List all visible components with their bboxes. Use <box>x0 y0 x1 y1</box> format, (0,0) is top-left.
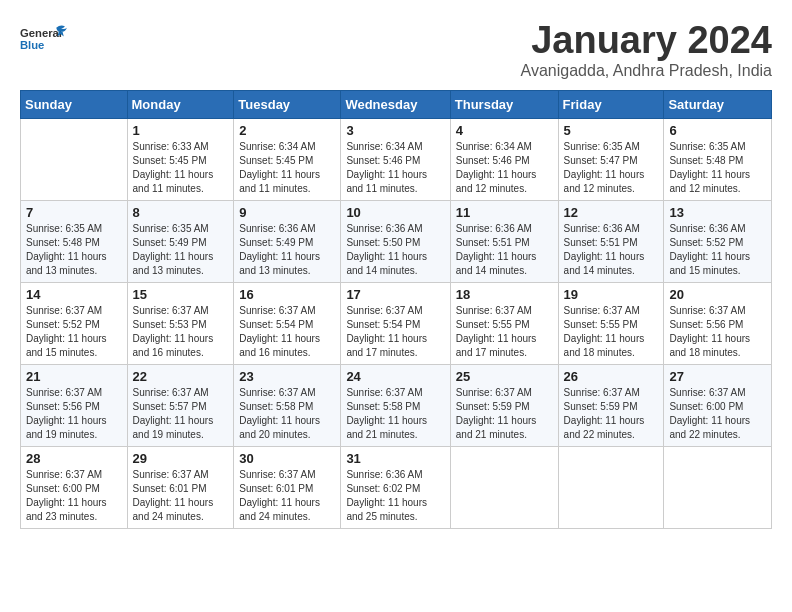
day-number: 3 <box>346 123 444 138</box>
calendar-table: SundayMondayTuesdayWednesdayThursdayFrid… <box>20 90 772 529</box>
day-info: Sunrise: 6:37 AM Sunset: 5:55 PM Dayligh… <box>456 304 553 360</box>
day-number: 23 <box>239 369 335 384</box>
day-info: Sunrise: 6:37 AM Sunset: 5:56 PM Dayligh… <box>26 386 122 442</box>
day-number: 11 <box>456 205 553 220</box>
day-info: Sunrise: 6:37 AM Sunset: 5:58 PM Dayligh… <box>346 386 444 442</box>
day-info: Sunrise: 6:37 AM Sunset: 6:01 PM Dayligh… <box>133 468 229 524</box>
page-header: General Blue January 2024 Avanigadda, An… <box>20 20 772 80</box>
calendar-cell: 16Sunrise: 6:37 AM Sunset: 5:54 PM Dayli… <box>234 282 341 364</box>
calendar-cell: 25Sunrise: 6:37 AM Sunset: 5:59 PM Dayli… <box>450 364 558 446</box>
calendar-cell: 15Sunrise: 6:37 AM Sunset: 5:53 PM Dayli… <box>127 282 234 364</box>
calendar-cell: 19Sunrise: 6:37 AM Sunset: 5:55 PM Dayli… <box>558 282 664 364</box>
day-info: Sunrise: 6:37 AM Sunset: 6:00 PM Dayligh… <box>669 386 766 442</box>
day-number: 6 <box>669 123 766 138</box>
day-number: 26 <box>564 369 659 384</box>
calendar-cell: 6Sunrise: 6:35 AM Sunset: 5:48 PM Daylig… <box>664 118 772 200</box>
day-number: 21 <box>26 369 122 384</box>
day-number: 15 <box>133 287 229 302</box>
calendar-cell: 5Sunrise: 6:35 AM Sunset: 5:47 PM Daylig… <box>558 118 664 200</box>
logo-icon: General Blue <box>20 20 70 60</box>
day-number: 9 <box>239 205 335 220</box>
weekday-header-monday: Monday <box>127 90 234 118</box>
title-block: January 2024 Avanigadda, Andhra Pradesh,… <box>521 20 772 80</box>
day-info: Sunrise: 6:36 AM Sunset: 5:52 PM Dayligh… <box>669 222 766 278</box>
weekday-row: SundayMondayTuesdayWednesdayThursdayFrid… <box>21 90 772 118</box>
day-number: 17 <box>346 287 444 302</box>
calendar-cell: 23Sunrise: 6:37 AM Sunset: 5:58 PM Dayli… <box>234 364 341 446</box>
day-info: Sunrise: 6:35 AM Sunset: 5:49 PM Dayligh… <box>133 222 229 278</box>
day-number: 13 <box>669 205 766 220</box>
day-number: 18 <box>456 287 553 302</box>
day-info: Sunrise: 6:37 AM Sunset: 5:58 PM Dayligh… <box>239 386 335 442</box>
day-number: 28 <box>26 451 122 466</box>
weekday-header-saturday: Saturday <box>664 90 772 118</box>
calendar-cell <box>558 446 664 528</box>
calendar-body: 1Sunrise: 6:33 AM Sunset: 5:45 PM Daylig… <box>21 118 772 528</box>
day-info: Sunrise: 6:37 AM Sunset: 5:55 PM Dayligh… <box>564 304 659 360</box>
day-info: Sunrise: 6:37 AM Sunset: 5:52 PM Dayligh… <box>26 304 122 360</box>
calendar-cell: 4Sunrise: 6:34 AM Sunset: 5:46 PM Daylig… <box>450 118 558 200</box>
calendar-cell: 24Sunrise: 6:37 AM Sunset: 5:58 PM Dayli… <box>341 364 450 446</box>
weekday-header-thursday: Thursday <box>450 90 558 118</box>
calendar-cell: 30Sunrise: 6:37 AM Sunset: 6:01 PM Dayli… <box>234 446 341 528</box>
day-number: 2 <box>239 123 335 138</box>
day-number: 31 <box>346 451 444 466</box>
calendar-cell: 7Sunrise: 6:35 AM Sunset: 5:48 PM Daylig… <box>21 200 128 282</box>
day-info: Sunrise: 6:36 AM Sunset: 5:51 PM Dayligh… <box>456 222 553 278</box>
day-info: Sunrise: 6:35 AM Sunset: 5:48 PM Dayligh… <box>26 222 122 278</box>
logo: General Blue <box>20 20 70 60</box>
day-number: 4 <box>456 123 553 138</box>
calendar-cell: 18Sunrise: 6:37 AM Sunset: 5:55 PM Dayli… <box>450 282 558 364</box>
day-info: Sunrise: 6:37 AM Sunset: 6:01 PM Dayligh… <box>239 468 335 524</box>
day-number: 30 <box>239 451 335 466</box>
calendar-cell: 22Sunrise: 6:37 AM Sunset: 5:57 PM Dayli… <box>127 364 234 446</box>
calendar-cell: 26Sunrise: 6:37 AM Sunset: 5:59 PM Dayli… <box>558 364 664 446</box>
calendar-cell: 21Sunrise: 6:37 AM Sunset: 5:56 PM Dayli… <box>21 364 128 446</box>
day-info: Sunrise: 6:37 AM Sunset: 5:59 PM Dayligh… <box>456 386 553 442</box>
calendar-cell: 27Sunrise: 6:37 AM Sunset: 6:00 PM Dayli… <box>664 364 772 446</box>
day-number: 5 <box>564 123 659 138</box>
day-number: 24 <box>346 369 444 384</box>
calendar-cell <box>21 118 128 200</box>
week-row: 1Sunrise: 6:33 AM Sunset: 5:45 PM Daylig… <box>21 118 772 200</box>
day-number: 19 <box>564 287 659 302</box>
weekday-header-sunday: Sunday <box>21 90 128 118</box>
weekday-header-tuesday: Tuesday <box>234 90 341 118</box>
day-info: Sunrise: 6:36 AM Sunset: 5:50 PM Dayligh… <box>346 222 444 278</box>
week-row: 21Sunrise: 6:37 AM Sunset: 5:56 PM Dayli… <box>21 364 772 446</box>
day-info: Sunrise: 6:34 AM Sunset: 5:45 PM Dayligh… <box>239 140 335 196</box>
day-info: Sunrise: 6:33 AM Sunset: 5:45 PM Dayligh… <box>133 140 229 196</box>
day-info: Sunrise: 6:37 AM Sunset: 5:57 PM Dayligh… <box>133 386 229 442</box>
calendar-cell: 17Sunrise: 6:37 AM Sunset: 5:54 PM Dayli… <box>341 282 450 364</box>
day-number: 27 <box>669 369 766 384</box>
calendar-cell: 28Sunrise: 6:37 AM Sunset: 6:00 PM Dayli… <box>21 446 128 528</box>
calendar-cell: 12Sunrise: 6:36 AM Sunset: 5:51 PM Dayli… <box>558 200 664 282</box>
week-row: 7Sunrise: 6:35 AM Sunset: 5:48 PM Daylig… <box>21 200 772 282</box>
day-info: Sunrise: 6:36 AM Sunset: 5:49 PM Dayligh… <box>239 222 335 278</box>
calendar-cell: 31Sunrise: 6:36 AM Sunset: 6:02 PM Dayli… <box>341 446 450 528</box>
day-number: 10 <box>346 205 444 220</box>
location-subtitle: Avanigadda, Andhra Pradesh, India <box>521 62 772 80</box>
day-info: Sunrise: 6:37 AM Sunset: 5:56 PM Dayligh… <box>669 304 766 360</box>
day-number: 8 <box>133 205 229 220</box>
calendar-cell: 10Sunrise: 6:36 AM Sunset: 5:50 PM Dayli… <box>341 200 450 282</box>
calendar-cell <box>664 446 772 528</box>
day-number: 25 <box>456 369 553 384</box>
day-number: 1 <box>133 123 229 138</box>
day-info: Sunrise: 6:37 AM Sunset: 5:59 PM Dayligh… <box>564 386 659 442</box>
month-title: January 2024 <box>521 20 772 62</box>
week-row: 14Sunrise: 6:37 AM Sunset: 5:52 PM Dayli… <box>21 282 772 364</box>
day-number: 14 <box>26 287 122 302</box>
day-info: Sunrise: 6:37 AM Sunset: 6:00 PM Dayligh… <box>26 468 122 524</box>
calendar-cell <box>450 446 558 528</box>
day-number: 12 <box>564 205 659 220</box>
day-info: Sunrise: 6:37 AM Sunset: 5:54 PM Dayligh… <box>346 304 444 360</box>
calendar-header: SundayMondayTuesdayWednesdayThursdayFrid… <box>21 90 772 118</box>
calendar-cell: 11Sunrise: 6:36 AM Sunset: 5:51 PM Dayli… <box>450 200 558 282</box>
day-number: 22 <box>133 369 229 384</box>
svg-text:General: General <box>20 27 62 39</box>
day-info: Sunrise: 6:35 AM Sunset: 5:47 PM Dayligh… <box>564 140 659 196</box>
calendar-cell: 13Sunrise: 6:36 AM Sunset: 5:52 PM Dayli… <box>664 200 772 282</box>
weekday-header-friday: Friday <box>558 90 664 118</box>
day-info: Sunrise: 6:34 AM Sunset: 5:46 PM Dayligh… <box>346 140 444 196</box>
